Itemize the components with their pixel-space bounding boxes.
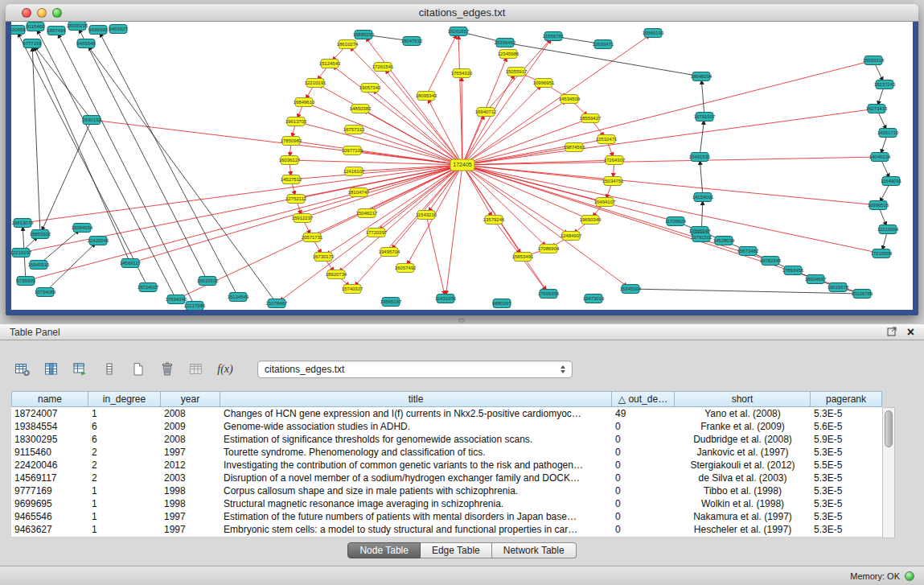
graph-node[interactable]: 16849610 xyxy=(294,98,315,107)
import-table-icon[interactable] xyxy=(69,359,92,380)
column-header[interactable]: in_degree xyxy=(88,391,161,407)
graph-node[interactable]: 11549091 xyxy=(881,177,902,186)
row-selector-icon[interactable] xyxy=(98,359,121,380)
graph-node[interactable]: 9777169 xyxy=(23,39,42,48)
graph-node[interactable]: 16273415 xyxy=(866,105,888,113)
graph-node[interactable]: 20571731 xyxy=(302,233,323,242)
graph-node[interactable]: 14351710 xyxy=(877,129,899,138)
graph-node[interactable]: 17261541 xyxy=(372,63,394,72)
graph-node[interactable]: 18095343 xyxy=(416,92,437,101)
graph-node[interactable]: 17654320 xyxy=(451,69,473,78)
graph-node[interactable]: 9735609 xyxy=(16,277,35,286)
graph-node[interactable]: 15055917 xyxy=(506,68,528,76)
graph-node[interactable]: 9699695 xyxy=(88,26,108,35)
close-window-button[interactable] xyxy=(22,8,31,18)
graph-node[interactable]: 21556781 xyxy=(543,32,565,41)
graph-node[interactable]: 12210654 xyxy=(877,225,899,234)
graph-node[interactable]: 16757313 xyxy=(343,126,365,134)
graph-node[interactable]: 10977103 xyxy=(342,146,363,155)
graph-node[interactable]: 22420046 xyxy=(88,237,109,245)
graph-node[interactable]: 16510332 xyxy=(197,277,219,286)
table-row[interactable]: 946362711997Embryonic stem cells: a mode… xyxy=(11,523,882,536)
minimize-window-button[interactable] xyxy=(37,8,47,18)
graph-node[interactable]: 18610274 xyxy=(337,40,359,49)
graph-node[interactable]: 18724007 xyxy=(138,283,159,292)
graph-node[interactable]: 11543210 xyxy=(416,211,437,220)
column-header[interactable]: year xyxy=(161,391,220,407)
graph-node[interactable]: 16494107 xyxy=(594,198,616,207)
table-row[interactable]: 1872400712008Changes of HCN gene express… xyxy=(11,407,882,420)
column-visibility-icon[interactable] xyxy=(40,359,63,380)
graph-node[interactable]: 17594340 xyxy=(166,295,187,304)
graph-node[interactable]: 21078467 xyxy=(266,299,288,308)
graph-node[interactable]: 13791501 xyxy=(691,233,713,242)
graph-node[interactable]: 18648294 xyxy=(691,72,713,81)
graph-node[interactable]: 17086904 xyxy=(538,245,560,253)
graph-node[interactable]: 17720397 xyxy=(366,229,388,237)
graph-node[interactable]: 15853902 xyxy=(30,230,51,239)
graph-node[interactable]: 15740327 xyxy=(342,285,363,294)
graph-node[interactable]: 18237243 xyxy=(874,80,896,89)
graph-node[interactable]: 16036127 xyxy=(279,156,301,165)
network-canvas[interactable]: 2620659911546018574941830029596996959777… xyxy=(11,22,913,310)
scrollbar-thumb[interactable] xyxy=(885,410,893,447)
table-row[interactable]: 2242004622012Investigating the contribut… xyxy=(11,459,882,472)
graph-node[interactable]: 15345204 xyxy=(620,285,642,294)
graph-node[interactable]: 12210191 xyxy=(305,79,326,88)
graph-node[interactable]: 19565157 xyxy=(380,298,402,307)
column-header[interactable]: △ out_de… xyxy=(612,391,675,407)
graph-node[interactable]: 15853491 xyxy=(512,253,534,262)
graph-node[interactable]: 15673482 xyxy=(737,247,759,256)
graph-node[interactable]: 19384554 xyxy=(72,224,93,233)
graph-node[interactable]: 12345986 xyxy=(498,50,519,59)
graph-node[interactable]: 20126789 xyxy=(852,290,873,299)
graph-node[interactable]: 14528039 xyxy=(713,237,735,245)
graph-node[interactable]: 12484907 xyxy=(561,232,582,241)
graph-node[interactable]: 15491531 xyxy=(689,153,711,162)
graph-node[interactable]: 19057343 xyxy=(359,84,381,93)
graph-node[interactable]: 20399462 xyxy=(495,39,516,47)
graph-node[interactable]: 14046324 xyxy=(869,153,891,162)
column-header[interactable]: name xyxy=(11,391,88,407)
table-row[interactable]: 1830029562008Estimation of significance … xyxy=(11,433,882,446)
table-row[interactable]: 946554611997Estimation of the future num… xyxy=(11,510,882,523)
table-row[interactable]: 977716911998Corpus callosum shape and si… xyxy=(11,484,882,497)
graph-node[interactable]: 14850383 xyxy=(350,105,372,113)
graph-node[interactable]: 11709624 xyxy=(665,217,687,226)
graph-node[interactable]: 16057492 xyxy=(395,264,417,273)
delete-table-icon[interactable] xyxy=(156,359,179,380)
table-row[interactable]: 1938455462009Genome-wide association stu… xyxy=(11,420,882,433)
graph-node[interactable]: 15993318 xyxy=(863,56,885,65)
graph-node[interactable]: 13579246 xyxy=(483,216,505,225)
graph-node[interactable]: 12752112 xyxy=(285,195,307,204)
graph-node[interactable]: 10560193 xyxy=(643,29,664,38)
graph-node[interactable]: 15124543 xyxy=(319,60,341,68)
graph-node[interactable]: 17893456 xyxy=(782,266,804,275)
close-panel-icon[interactable]: × xyxy=(907,327,914,337)
graph-node[interactable]: 9115460 xyxy=(27,23,46,31)
graph-node[interactable]: 22693471 xyxy=(593,40,614,49)
graph-node[interactable]: 18047532 xyxy=(401,37,423,46)
vertical-scrollbar[interactable] xyxy=(882,407,895,538)
new-table-icon[interactable] xyxy=(127,359,150,380)
table-network-selector[interactable]: citations_edges.txt xyxy=(257,360,573,378)
tab-edge-table[interactable]: Edge Table xyxy=(421,542,492,558)
graph-node[interactable]: 10996516 xyxy=(868,201,889,210)
graph-node[interactable]: 10996951 xyxy=(533,79,555,88)
graph-node[interactable]: 16730173 xyxy=(313,253,335,262)
window-titlebar[interactable]: citations_edges.txt xyxy=(6,4,918,22)
float-panel-icon[interactable] xyxy=(887,325,897,340)
column-header[interactable]: title xyxy=(220,391,612,407)
graph-node[interactable]: 17264307 xyxy=(604,156,626,165)
graph-node[interactable]: 17999356 xyxy=(538,290,560,299)
graph-node[interactable]: 15034751 xyxy=(602,177,624,186)
panel-divider-handle[interactable] xyxy=(458,319,465,323)
graph-node[interactable]: 10734089 xyxy=(35,288,56,297)
graph-node[interactable]: 1857494 xyxy=(47,27,66,35)
tab-network-table[interactable]: Network Table xyxy=(492,542,577,558)
graph-node[interactable]: 15124549 xyxy=(228,293,249,302)
graph-node[interactable]: 17850983 xyxy=(281,137,302,146)
graph-node[interactable]: 14154091 xyxy=(692,193,714,202)
function-builder-icon[interactable]: f(x) xyxy=(214,359,236,380)
graph-node[interactable]: 9465546 xyxy=(76,39,96,48)
